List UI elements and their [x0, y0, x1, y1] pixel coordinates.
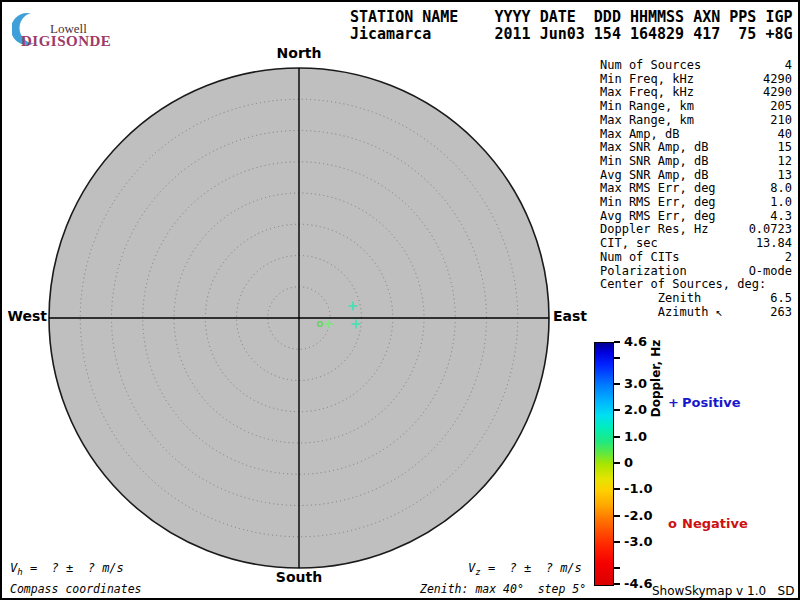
colorbar-tick: [614, 583, 620, 585]
info-row: Min Freq, kHz4290: [600, 73, 792, 87]
colorbar-tick: [614, 409, 620, 411]
info-row: Max Amp, dB40: [600, 128, 792, 142]
colorbar-tick-label: -2.0: [624, 508, 652, 523]
info-row: Azimuth ↖263: [600, 306, 792, 320]
info-row: Avg SNR Amp, dB13: [600, 169, 792, 183]
info-row: Num of CITs2: [600, 251, 792, 265]
colorbar-tick: [614, 567, 620, 569]
doppler-colorbar: [594, 342, 614, 586]
compass-label-south: South: [259, 569, 339, 585]
plus-marker-icon: +: [668, 395, 682, 410]
colorbar-tick: [614, 383, 620, 385]
colorbar-tick-label: 1.0: [624, 429, 647, 444]
colorbar-axis-label: Doppler, Hz: [649, 334, 664, 424]
colorbar-tick: [614, 436, 620, 438]
compass-label-north: North: [259, 45, 339, 61]
version-note: ShowSkymap v 1.0 SD v 4.2: [652, 584, 800, 598]
vh-value: = ? ± ? m/s: [23, 561, 124, 575]
colorbar-tick: [614, 541, 620, 543]
colorbar-tick: [614, 462, 620, 464]
colorbar-tick-label: -3.0: [624, 534, 652, 549]
colorbar-tick-label: 2.0: [624, 402, 647, 417]
colorbar-tick-label: 4.6: [624, 334, 647, 349]
info-row: PolarizationO-mode: [600, 265, 792, 279]
vz-readout: Vz = ? ± ? m/s: [468, 561, 582, 577]
info-row: CIT, sec13.84: [600, 237, 792, 251]
colorbar-tick-label: -1.0: [624, 481, 652, 496]
info-row: Max Freq, kHz4290: [600, 86, 792, 100]
info-row: Zenith6.5: [600, 292, 792, 306]
zenith-scale-note: Zenith: max 40° step 5°: [420, 582, 586, 596]
info-row: Max Range, km210: [600, 114, 792, 128]
colorbar-tick: [614, 515, 620, 517]
info-panel: Num of Sources4Min Freq, kHz4290Max Freq…: [600, 59, 792, 319]
info-row: Max RMS Err, deg8.0: [600, 182, 792, 196]
info-row: Num of Sources4: [600, 59, 792, 73]
colorbar-tick: [614, 488, 620, 490]
legend-positive: +Positive: [668, 395, 741, 410]
info-row: Center of Sources, deg:: [600, 278, 792, 292]
legend-negative: oNegative: [668, 516, 748, 531]
legend-positive-label: Positive: [682, 395, 741, 410]
colorbar-tick-label: 0: [624, 455, 633, 470]
info-row: Min SNR Amp, dB12: [600, 155, 792, 169]
compass-label-west: West: [7, 308, 47, 324]
vz-value: = ? ± ? m/s: [481, 561, 582, 575]
coordinates-note: Compass coordinates: [10, 582, 142, 596]
info-row: Doppler Res, Hz0.0723: [600, 223, 792, 237]
info-row: Min Range, km205: [600, 100, 792, 114]
colorbar-tick: [614, 357, 620, 359]
legend-negative-label: Negative: [682, 516, 748, 531]
colorbar-tick-label: 3.0: [624, 376, 647, 391]
circle-marker-icon: o: [668, 516, 682, 531]
compass-label-east: East: [553, 308, 603, 324]
info-row: Avg RMS Err, deg4.3: [600, 210, 792, 224]
info-row: Max SNR Amp, dB15: [600, 141, 792, 155]
colorbar-ticks: 4.63.02.01.00-1.0-2.0-3.0-4.6: [614, 342, 674, 584]
colorbar-tick: [614, 341, 620, 343]
vh-readout: Vh = ? ± ? m/s: [10, 561, 124, 577]
colorbar-tick-label: -4.6: [624, 576, 652, 591]
showskymap-window: Lowell DIGISONDE STATION NAME YYYY DATE …: [0, 0, 800, 600]
info-row: Min RMS Err, deg1.0: [600, 196, 792, 210]
